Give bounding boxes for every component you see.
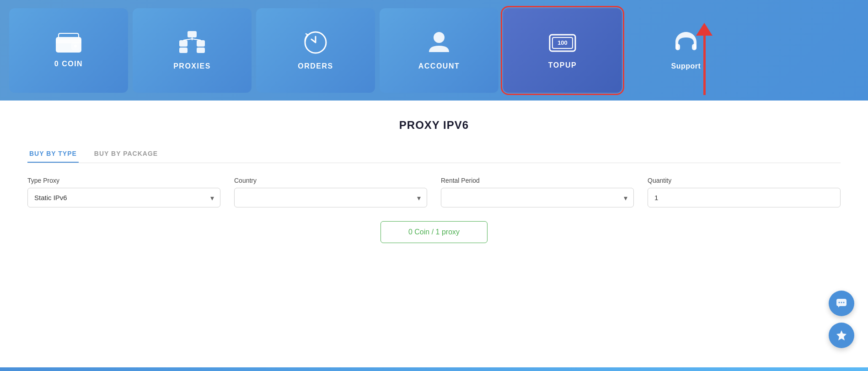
svg-point-22 [843,302,845,303]
country-select[interactable] [234,188,427,207]
quantity-input[interactable] [648,188,841,207]
tabs-container: BUY BY TYPE BUY BY PACKAGE [27,145,841,163]
svg-point-20 [839,302,840,303]
nav-topup-label: TOPUP [548,61,577,69]
svg-rect-17 [675,44,680,50]
star-icon [836,329,847,341]
nav-account-label: ACCOUNT [418,62,460,70]
nav-coin-label: 0 COIN [54,60,83,68]
svg-rect-6 [197,40,205,47]
nav-item-orders[interactable]: ORDERS [256,8,375,93]
page-title: PROXY IPV6 [27,119,841,132]
rental-period-group: Rental Period [441,177,634,207]
main-content: PROXY IPV6 BUY BY TYPE BUY BY PACKAGE Ty… [0,101,868,371]
svg-line-10 [183,39,192,40]
wallet-icon [55,32,82,53]
type-proxy-select-wrapper: Static IPv6 [27,188,220,207]
coin-summary-button[interactable]: 0 Coin / 1 proxy [380,221,488,243]
orders-icon [303,30,328,56]
country-label: Country [234,177,427,184]
star-fab-button[interactable] [829,323,854,348]
coin-summary-container: 0 Coin / 1 proxy [27,221,841,243]
type-proxy-group: Type Proxy Static IPv6 [27,177,220,207]
svg-line-11 [192,39,201,40]
svg-rect-4 [188,31,197,37]
arrow-head [696,23,713,36]
tab-buy-by-package[interactable]: BUY BY PACKAGE [92,145,160,163]
svg-point-13 [434,32,445,43]
rental-period-select[interactable] [441,188,634,207]
tab-buy-by-type[interactable]: BUY BY TYPE [27,145,79,163]
topup-icon: 100 [548,31,577,55]
type-proxy-label: Type Proxy [27,177,220,184]
arrow-shaft [703,36,706,95]
svg-rect-7 [179,48,188,53]
svg-text:100: 100 [557,39,568,46]
country-group: Country [234,177,427,207]
nav-orders-label: ORDERS [298,62,333,70]
rental-period-label: Rental Period [441,177,634,184]
nav-item-proxies[interactable]: PROXIES [133,8,252,93]
proxies-icon [178,30,206,56]
nav-item-account[interactable]: ACCOUNT [380,8,498,93]
nav-item-topup[interactable]: 100 TOPUP [503,8,622,93]
svg-point-3 [74,45,77,48]
nav-item-coin[interactable]: 0 COIN [9,8,128,93]
svg-rect-5 [179,40,188,47]
red-arrow [696,23,713,95]
svg-rect-8 [197,48,205,53]
nav-item-support[interactable]: Support [627,8,745,93]
country-select-wrapper [234,188,427,207]
footer-bar [0,367,868,371]
account-icon [428,30,450,56]
svg-point-21 [841,302,842,303]
quantity-label: Quantity [648,177,841,184]
quantity-group: Quantity [648,177,841,207]
chat-fab-button[interactable] [829,291,854,316]
svg-marker-23 [836,330,847,340]
type-proxy-select[interactable]: Static IPv6 [27,188,220,207]
chat-icon [836,297,847,309]
rental-period-select-wrapper [441,188,634,207]
form-row: Type Proxy Static IPv6 Country Rental Pe… [27,177,841,207]
nav-proxies-label: PROXIES [173,62,211,70]
support-icon [674,30,698,56]
nav-bar: 0 COIN PROXIES O [0,0,868,101]
